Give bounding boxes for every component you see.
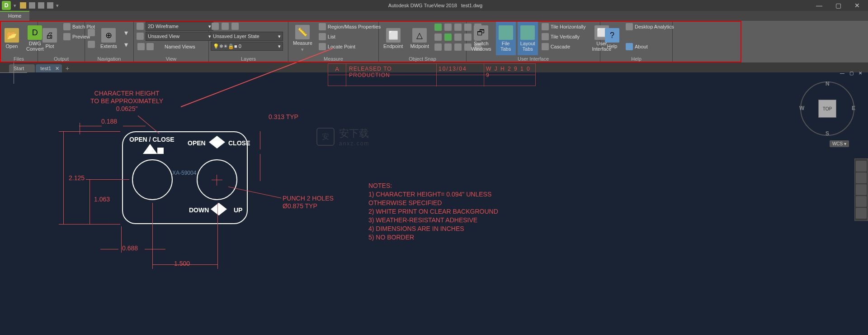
viewcube-w[interactable]: W	[799, 105, 804, 111]
punch-note: PUNCH 2 HOLES Ø0.875 TYP	[283, 195, 334, 210]
osnap-ins-icon[interactable]	[434, 33, 443, 42]
osnap-tan-icon[interactable]	[453, 33, 462, 42]
layer-combo[interactable]: 💡❄☀🔒■ 0▾	[211, 42, 283, 51]
dim-313: 0.313 TYP	[269, 113, 298, 120]
open-button[interactable]: 📂Open	[2, 22, 22, 55]
dim-1063: 1.063	[94, 196, 110, 203]
qat-publish-icon[interactable]	[46, 1, 54, 10]
ribbon-tabs: Home	[0, 11, 868, 21]
viewcube-s[interactable]: S	[826, 130, 829, 137]
desktop-analytics-button[interactable]: Desktop Analytics	[624, 22, 676, 32]
doc-max-button[interactable]: ▢	[847, 70, 855, 76]
tab-home[interactable]: Home	[0, 11, 29, 21]
panel-title-navigation: Navigation	[85, 55, 133, 62]
titlebar: D ▾ ▾ Autodesk DWG TrueView 2018 test1.d…	[0, 0, 868, 11]
dim-688-l2	[145, 249, 165, 249]
osnap-quad-icon[interactable]	[453, 23, 462, 32]
switch-windows-button[interactable]: 🗗Switch Windows	[468, 22, 494, 55]
close-button[interactable]: ✕	[848, 0, 866, 10]
panel-navigation: ⊕Extents ▾ ▾ Navigation	[85, 21, 134, 62]
visual-style-icon[interactable]	[136, 22, 145, 31]
about-button[interactable]: About	[624, 42, 676, 52]
qat-plot-icon[interactable]	[28, 1, 36, 10]
measure-button[interactable]: 📏Measure▾	[290, 22, 315, 55]
viewcube-top[interactable]: TOP	[818, 100, 836, 118]
dim-1500: 1.500	[174, 260, 190, 267]
osnap-7-icon[interactable]	[453, 43, 462, 52]
watermark: 安 安下载anxz.com	[316, 127, 369, 147]
panel-view: 2D Wireframe▾ Unsaved View▾ Named Views …	[134, 21, 209, 62]
maximize-button[interactable]: ▢	[829, 0, 847, 10]
nav-zoom-icon[interactable]	[856, 184, 867, 195]
open-close-label: OPEN / CLOSE	[129, 136, 175, 143]
list-button[interactable]: List	[317, 32, 382, 42]
region-mass-button[interactable]: Region/Mass Properties	[317, 22, 382, 32]
nav-showmotion-icon[interactable]	[856, 208, 867, 219]
layer-icon-3[interactable]	[231, 22, 240, 31]
cascade-button[interactable]: Cascade	[540, 42, 588, 52]
doc-min-button[interactable]: —	[838, 70, 846, 76]
minimize-button[interactable]: —	[810, 0, 828, 10]
dim-688-ext2	[152, 203, 153, 269]
dim-313-line1	[260, 131, 260, 149]
osnap-center-icon[interactable]	[434, 23, 443, 32]
nav-wheel-icon[interactable]	[856, 161, 867, 172]
osnap-par-icon[interactable]	[434, 43, 443, 52]
osnap-none-icon[interactable]	[443, 43, 453, 52]
dim-688-ext1	[121, 226, 122, 253]
arrow-leftright-icon	[209, 136, 225, 148]
tile-h-button[interactable]: Tile Horizontally	[540, 22, 588, 32]
arrow-up-icon	[143, 144, 164, 156]
qat-preview-icon[interactable]	[37, 1, 45, 10]
nav-back-icon[interactable]: ▾	[122, 28, 131, 37]
wcs-badge[interactable]: WCS ▾	[830, 140, 849, 147]
nav-orbit-icon[interactable]	[856, 196, 867, 207]
doc-tab-add[interactable]: +	[63, 64, 72, 72]
doc-tab-start[interactable]: Start	[9, 64, 35, 72]
panel-title-osnap: Object Snap	[379, 55, 466, 62]
doc-tab-file[interactable]: test1✕	[36, 64, 62, 72]
dim-2125: 2.125	[69, 174, 85, 182]
view-icon[interactable]	[136, 32, 145, 41]
rev-desc: RELEASED TO PRODUCTION	[346, 64, 437, 75]
layer-state-combo[interactable]: Unsaved Layer State▾	[211, 32, 283, 41]
extents-button[interactable]: ⊕Extents	[98, 27, 120, 50]
help-button[interactable]: ?Help	[602, 22, 622, 55]
drawing-canvas[interactable]: — ▢ ✕ A RELEASED TO PRODUCTION 10/13/04 …	[0, 72, 868, 335]
visual-style-combo[interactable]: 2D Wireframe▾	[146, 22, 213, 31]
file-tabs-button[interactable]: File Tabs	[496, 22, 516, 55]
doc-window-controls: — ▢ ✕	[838, 70, 864, 76]
app-logo[interactable]: D	[2, 1, 11, 10]
nav-fwd-icon[interactable]: ▾	[122, 40, 131, 49]
arrow-leftright2-icon	[211, 203, 227, 215]
layer-icon-1[interactable]	[211, 22, 220, 31]
orbit-icon[interactable]	[87, 40, 96, 49]
hole-1	[132, 159, 173, 200]
viewcube-n[interactable]: N	[826, 81, 830, 87]
viewcube-e[interactable]: E	[852, 105, 855, 111]
osnap-perp-icon[interactable]	[443, 33, 453, 42]
layer-icon-2[interactable]	[221, 22, 230, 31]
tile-v-button[interactable]: Tile Vertically	[540, 32, 588, 42]
panel-help: ?Help Desktop Analytics About Help	[600, 21, 673, 62]
plot-button[interactable]: 🖨Plot	[40, 22, 60, 55]
layout-tabs-button[interactable]: Layout Tabs	[518, 22, 538, 55]
panel-title-ui: User Interface	[467, 55, 600, 62]
pan-icon[interactable]	[87, 28, 96, 37]
saved-view-combo[interactable]: Unsaved View▾	[146, 32, 213, 41]
osnap-node-icon[interactable]	[443, 23, 453, 32]
dim-2125-line	[63, 131, 64, 224]
doc-close-button[interactable]: ✕	[856, 70, 864, 76]
nav-pan-icon[interactable]	[856, 172, 867, 183]
midpoint-button[interactable]: △Midpoint	[407, 22, 432, 55]
up-label: UP	[234, 206, 242, 214]
endpoint-button[interactable]: ⬜Endpoint	[381, 22, 406, 55]
ucs-y-axis	[14, 61, 14, 84]
panel-title-help: Help	[600, 55, 672, 62]
qat-open-icon[interactable]	[19, 1, 27, 10]
viewcube[interactable]: TOP N S W E	[800, 81, 854, 136]
window-title: Autodesk DWG TrueView 2018 test1.dwg	[61, 3, 810, 8]
panel-osnap: ⬜Endpoint △Midpoint Object Snap	[379, 21, 467, 62]
named-views-button[interactable]: Named Views	[136, 42, 213, 52]
down-label: DOWN	[189, 206, 209, 214]
